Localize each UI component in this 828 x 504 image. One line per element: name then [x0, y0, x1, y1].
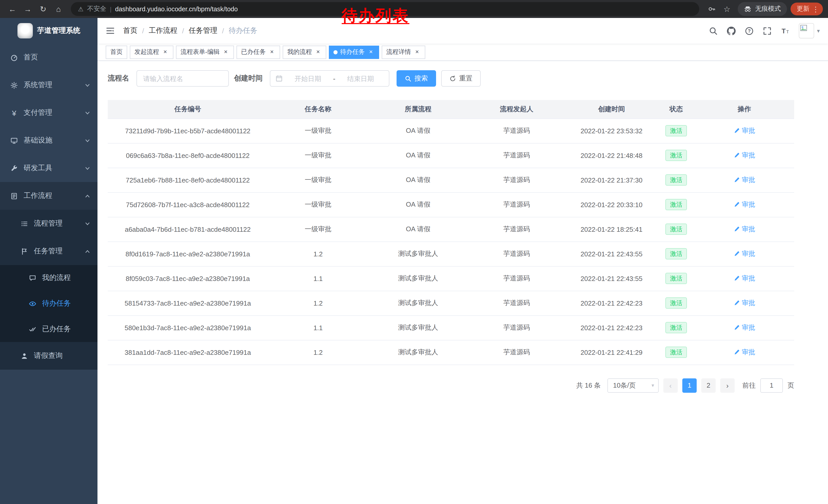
approve-link[interactable]: 审批 [734, 175, 755, 185]
tab-item[interactable]: 首页 [106, 45, 127, 59]
approve-link[interactable]: 审批 [734, 126, 755, 135]
key-icon[interactable] [704, 2, 719, 16]
approve-link[interactable]: 审批 [734, 348, 755, 357]
approve-link[interactable]: 审批 [734, 200, 755, 209]
sidebar-item-payment[interactable]: ¥ 支付管理 [0, 99, 97, 127]
app-logo-area[interactable]: 芋道管理系统 [0, 18, 97, 44]
breadcrumb-separator: / [142, 27, 144, 35]
sidebar-item-system[interactable]: 系统管理 [0, 71, 97, 99]
breadcrumb-item[interactable]: 任务管理 [189, 26, 217, 35]
process-name-input[interactable] [136, 70, 229, 87]
task-table: 任务编号任务名称所属流程流程发起人创建时间状态操作 73211d9d-7b9b-… [108, 100, 794, 365]
tab-close-icon[interactable]: × [315, 48, 322, 56]
dashboard-icon [10, 54, 18, 61]
reload-icon[interactable]: ↻ [36, 2, 50, 16]
search-icon[interactable] [709, 27, 718, 35]
approve-link[interactable]: 审批 [734, 151, 755, 160]
page-size-select[interactable]: 10条/页 ▾ [608, 378, 659, 393]
page-number-1[interactable]: 1 [682, 378, 697, 393]
tab-close-icon[interactable]: × [162, 48, 169, 56]
tab-close-icon[interactable]: × [268, 48, 276, 56]
start-date-input[interactable] [285, 75, 331, 82]
tab-item[interactable]: 已办任务× [237, 45, 280, 59]
github-icon[interactable] [727, 27, 736, 35]
workflow-icon [10, 192, 18, 200]
sidebar-item-dev-tools[interactable]: 研发工具 [0, 154, 97, 182]
next-page-button[interactable]: › [720, 378, 735, 393]
approve-label: 审批 [742, 299, 755, 308]
page-number-2[interactable]: 2 [701, 378, 716, 393]
pen-icon [734, 349, 740, 355]
sidebar-item-task-management[interactable]: 任务管理 [0, 237, 97, 265]
image-placeholder-icon [800, 25, 807, 31]
font-size-icon[interactable]: TT [781, 27, 790, 35]
status-badge: 激活 [665, 273, 687, 284]
initiator: 芋道源码 [468, 168, 565, 192]
home-icon[interactable]: ⌂ [51, 2, 66, 16]
bookmark-star-icon[interactable]: ☆ [720, 2, 734, 16]
date-range-picker[interactable]: - [270, 70, 389, 87]
sidebar-item-workflow[interactable]: 工作流程 [0, 182, 97, 210]
double-check-icon [29, 325, 36, 333]
forward-icon[interactable]: → [20, 2, 35, 16]
help-icon[interactable]: ? [745, 27, 754, 35]
approve-link[interactable]: 审批 [734, 225, 755, 234]
menu-dots-icon[interactable]: ⋮ [812, 5, 819, 13]
pen-icon [734, 251, 740, 257]
sidebar-item-process-management[interactable]: 流程管理 [0, 210, 97, 237]
process-name: 测试多审批人 [368, 340, 468, 365]
approve-label: 审批 [742, 249, 755, 259]
tab-close-icon[interactable]: × [222, 48, 229, 56]
sidebar-item-infrastructure[interactable]: 基础设施 [0, 127, 97, 154]
status-cell: 激活 [658, 340, 695, 365]
search-button[interactable]: 搜索 [397, 70, 436, 87]
sidebar-item-todo-tasks[interactable]: 待办任务 [0, 291, 97, 316]
sidebar-item-home[interactable]: 首页 [0, 44, 97, 71]
approve-link[interactable]: 审批 [734, 323, 755, 332]
user-avatar[interactable]: ▾ [799, 23, 820, 39]
end-date-input[interactable] [338, 75, 384, 82]
process-name: 测试多审批人 [368, 241, 468, 266]
approve-link[interactable]: 审批 [734, 274, 755, 283]
breadcrumb-item: 待办任务 [229, 26, 257, 35]
tab-close-icon[interactable]: × [413, 48, 421, 56]
main-area: 首页/工作流程/任务管理/待办任务 ? TT [97, 18, 828, 504]
action-cell: 审批 [695, 340, 794, 365]
tab-label: 我的流程 [287, 48, 312, 56]
action-cell: 审批 [695, 266, 794, 291]
table-row: a6aba0a4-7b6d-11ec-b781-acde48001122一级审批… [108, 217, 794, 241]
reset-button[interactable]: 重置 [441, 70, 481, 87]
update-label: 更新 [797, 5, 810, 13]
sidebar-item-label: 研发工具 [24, 164, 79, 173]
tab-item[interactable]: 流程表单-编辑× [176, 45, 234, 59]
update-button[interactable]: 更新 ⋮ [791, 3, 823, 15]
sidebar-item-leave-query[interactable]: 请假查询 [0, 342, 97, 370]
breadcrumb-item[interactable]: 首页 [123, 26, 137, 35]
page-size-value: 10条/页 [613, 381, 636, 390]
approve-link[interactable]: 审批 [734, 249, 755, 259]
back-icon[interactable]: ← [5, 2, 19, 16]
initiator: 芋道源码 [468, 266, 565, 291]
tab-item[interactable]: 流程详情× [382, 45, 425, 59]
caret-down-icon: ▾ [817, 28, 820, 34]
fullscreen-icon[interactable] [763, 27, 772, 35]
goto-page-input[interactable] [760, 378, 783, 393]
initiator: 芋道源码 [468, 192, 565, 217]
sidebar-item-done-tasks[interactable]: 已办任务 [0, 316, 97, 342]
sidebar-toggle-icon[interactable] [106, 26, 115, 35]
approve-link[interactable]: 审批 [734, 299, 755, 308]
incognito-label: 无痕模式 [755, 5, 781, 13]
sidebar-item-my-processes[interactable]: 我的流程 [0, 265, 97, 291]
sidebar: 芋道管理系统 首页 系统管理 ¥ 支付管理 基础设施 [0, 18, 97, 504]
action-cell: 审批 [695, 291, 794, 315]
tab-item[interactable]: 待办任务× [329, 45, 379, 59]
tab-item[interactable]: 发起流程× [130, 45, 173, 59]
table-row: 725a1eb6-7b88-11ec-8ef0-acde48001122一级审批… [108, 168, 794, 192]
tab-close-icon[interactable]: × [367, 48, 374, 56]
prev-page-button[interactable]: ‹ [663, 378, 678, 393]
sidebar-item-label: 请假查询 [34, 351, 90, 360]
incognito-icon [744, 5, 752, 13]
column-header: 流程发起人 [468, 100, 565, 119]
tab-item[interactable]: 我的流程× [283, 45, 326, 59]
breadcrumb-item[interactable]: 工作流程 [149, 26, 177, 35]
